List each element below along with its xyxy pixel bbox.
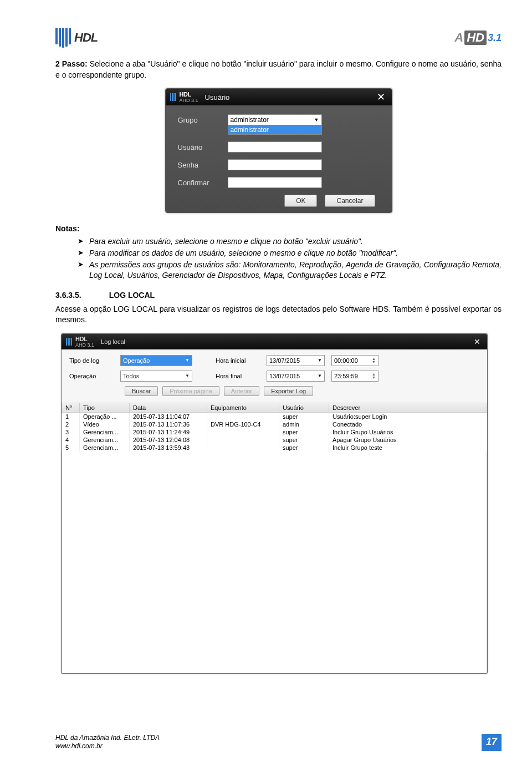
table-row[interactable]: 4Gerenciam...2015-07-13 12:04:08superApa… [62, 436, 487, 444]
notas-item: ➤ As permissões aos grupos de usuários s… [78, 260, 502, 281]
select-operacao[interactable]: Todos ▼ [120, 371, 192, 382]
notas-block: Notas: ➤ Para excluir um usuário, seleci… [55, 224, 502, 281]
spinner-icon[interactable]: ▲▼ [372, 357, 376, 364]
table-cell: Gerenciam... [80, 428, 130, 436]
intro-text: Selecione a aba "Usuário" e clique no bo… [55, 59, 502, 79]
col-tipo[interactable]: Tipo [80, 403, 130, 412]
table-cell [207, 444, 279, 452]
select-operacao-value: Todos [123, 373, 139, 379]
close-icon[interactable]: ✕ [375, 91, 387, 103]
close-icon[interactable]: ✕ [472, 337, 483, 346]
table-cell [207, 428, 279, 436]
input-date-inicial[interactable]: 13/07/2015 ▼ [267, 355, 325, 366]
table-row[interactable]: 1Operação ...2015-07-13 11:04:07superUsu… [62, 412, 487, 420]
intro-prefix: 2 Passo: [55, 59, 88, 68]
table-cell [207, 436, 279, 444]
section-paragraph: Acesse a opção LOG LOCAL para visualizar… [55, 304, 502, 326]
cancel-button[interactable]: Cancelar [325, 195, 375, 207]
select-grupo-option[interactable]: administrator [228, 125, 321, 134]
section-title: LOG LOCAL [109, 291, 155, 300]
dialog-brand: HDL [180, 91, 198, 98]
label-grupo: Grupo [178, 114, 228, 124]
time-inicial-value: 00:00:00 [334, 357, 358, 364]
time-final-value: 23:59:59 [334, 373, 358, 379]
chevron-down-icon: ▼ [185, 373, 190, 378]
anterior-button[interactable]: Anterior [224, 386, 260, 396]
logo-stripes-icon [55, 28, 71, 48]
table-cell: 3 [62, 428, 80, 436]
table-cell: 2015-07-13 11:04:07 [130, 412, 207, 420]
col-usuario[interactable]: Usuário [279, 403, 329, 412]
table-cell: 2 [62, 420, 80, 428]
table-row[interactable]: 2Vídeo2015-07-13 11:07:36DVR HDG-100-C4a… [62, 420, 487, 428]
notas-item: ➤ Para excluir um usuário, selecione o m… [78, 236, 502, 247]
ok-button[interactable]: OK [284, 195, 317, 207]
input-time-final[interactable]: 23:59:59 ▲▼ [331, 371, 378, 382]
col-data[interactable]: Data [130, 403, 207, 412]
table-cell: Incluir Grupo Usuários [329, 428, 487, 436]
table-cell: Apagar Grupo Usuários [329, 436, 487, 444]
dialog-log-local: HDL AHD 3.1 Log local ✕ Tipo de log Oper… [61, 333, 488, 674]
table-cell: super [279, 436, 329, 444]
exportar-log-button[interactable]: Exportar Log [264, 386, 313, 396]
label-hora-inicial: Hora inicial [216, 357, 260, 364]
input-time-inicial[interactable]: 00:00:00 ▲▼ [331, 355, 378, 366]
table-row[interactable]: 5Gerenciam...2015-07-13 13:59:43superInc… [62, 444, 487, 452]
table-cell: Usuário:super Login [329, 412, 487, 420]
table-row[interactable]: 3Gerenciam...2015-07-13 11:24:49superInc… [62, 428, 487, 436]
log-titlebar: HDL AHD 3.1 Log local ✕ [62, 334, 487, 349]
table-cell: 2015-07-13 13:59:43 [130, 444, 207, 452]
log-subbrand: AHD 3.1 [75, 342, 94, 348]
label-tipo-log: Tipo de log [69, 357, 114, 364]
table-cell: Gerenciam... [80, 444, 130, 452]
col-equip[interactable]: Equipamento [207, 403, 279, 412]
table-cell: 2015-07-13 11:07:36 [130, 420, 207, 428]
logo-hdl-text: HDL [74, 31, 98, 45]
select-grupo-dropdown: administrator [228, 125, 322, 135]
proxima-pagina-button[interactable]: Próxima página [162, 386, 219, 396]
input-date-final[interactable]: 13/07/2015 ▼ [267, 371, 325, 382]
section-number: 3.6.3.5. [55, 291, 81, 300]
bullet-icon: ➤ [78, 260, 84, 281]
col-descrever[interactable]: Descrever [329, 403, 487, 412]
bullet-icon: ➤ [78, 236, 84, 247]
logo-ahd-a: A [454, 31, 463, 45]
table-cell: Incluir Grupo teste [329, 444, 487, 452]
chevron-down-icon: ▼ [314, 117, 319, 123]
table-cell: DVR HDG-100-C4 [207, 420, 279, 428]
input-confirmar[interactable] [228, 177, 322, 188]
footer-line2: www.hdl.com.br [55, 742, 160, 751]
table-cell: admin [279, 420, 329, 428]
bullet-icon: ➤ [78, 248, 84, 258]
logo-ahd: A HD 3.1 [454, 31, 502, 45]
label-hora-final: Hora final [216, 373, 260, 379]
spinner-icon[interactable]: ▲▼ [372, 373, 376, 379]
table-cell: Gerenciam... [80, 436, 130, 444]
logo-ahd-version: 3.1 [488, 32, 502, 44]
mini-stripes-icon [170, 93, 176, 101]
dialog-titlebar: HDL AHD 3.1 Usuário ✕ [166, 89, 392, 105]
notas-text: Para excluir um usuário, selecione o mes… [89, 236, 363, 247]
col-n[interactable]: Nº [62, 403, 80, 412]
label-usuario: Usuário [178, 141, 228, 151]
chevron-down-icon: ▼ [185, 358, 190, 363]
buscar-button[interactable]: Buscar [125, 386, 158, 396]
chevron-down-icon: ▼ [318, 373, 322, 378]
notas-item: ➤ Para modificar os dados de um usuário,… [78, 248, 502, 258]
dialog-subbrand: AHD 3.1 [180, 98, 198, 103]
table-cell: super [279, 444, 329, 452]
table-cell: Conectado [329, 420, 487, 428]
page-footer: HDL da Amazônia Ind. ELetr. LTDA www.hdl… [55, 734, 502, 751]
chevron-down-icon: ▼ [318, 358, 322, 363]
logo-hdl: HDL [55, 28, 98, 48]
dialog-usuario: HDL AHD 3.1 Usuário ✕ Grupo administrato… [165, 88, 392, 213]
dialog-title: Usuário [205, 93, 230, 102]
input-usuario[interactable] [228, 141, 322, 153]
intro-paragraph: 2 Passo: Selecione a aba "Usuário" e cli… [55, 59, 502, 80]
footer-line1: HDL da Amazônia Ind. ELetr. LTDA [55, 734, 160, 743]
select-grupo-value: administrator [231, 116, 269, 124]
select-tipo-log[interactable]: Operação ▼ [120, 355, 192, 366]
input-senha[interactable] [228, 159, 322, 170]
select-grupo[interactable]: administrator ▼ [228, 114, 322, 125]
table-header-row: Nº Tipo Data Equipamento Usuário Descrev… [62, 403, 487, 412]
